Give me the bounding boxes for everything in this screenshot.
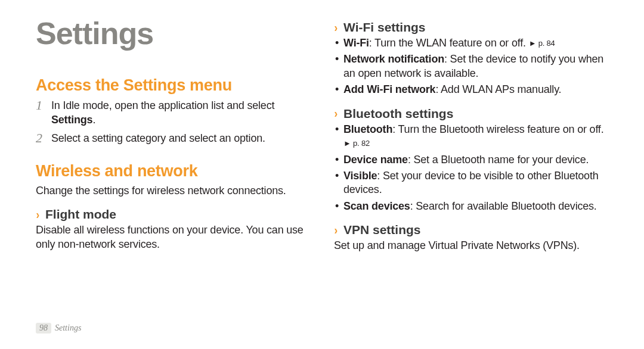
bullet-bold: Wi-Fi: [343, 37, 369, 49]
list-item: Visible: Set your device to be visible t…: [334, 169, 608, 197]
bullet-ref: ► p. 82: [343, 139, 370, 148]
list-item: Network notification: Set the device to …: [334, 52, 608, 80]
wifi-block: › Wi-Fi settings Wi-Fi: Turn the WLAN fe…: [334, 20, 608, 97]
steps-list: 1 In Idle mode, open the application lis…: [36, 98, 310, 145]
subheading-label: Bluetooth settings: [343, 107, 453, 120]
bullet-bold: Network notification: [343, 53, 444, 65]
flight-mode-body: Disable all wireless functions on your d…: [36, 223, 310, 251]
list-item: Scan devices: Search for available Bluet…: [334, 200, 608, 213]
heading-access-settings: Access the Settings menu: [36, 76, 310, 95]
bluetooth-bullets: Bluetooth: Turn the Bluetooth wireless f…: [334, 123, 608, 213]
chevron-icon: ›: [335, 109, 339, 117]
bullet-text: : Search for available Bluetooth devices…: [410, 200, 597, 212]
chevron-icon: ›: [335, 226, 339, 234]
step-text: In Idle mode, open the application list …: [51, 98, 310, 127]
step-text-pre: Select a setting category and select an …: [51, 132, 265, 144]
subheading-vpn-settings: › VPN settings: [334, 223, 608, 236]
step-text: Select a setting category and select an …: [51, 131, 265, 145]
step-2: 2 Select a setting category and select a…: [36, 131, 310, 145]
columns: Settings Access the Settings menu 1 In I…: [36, 18, 608, 332]
left-column: Settings Access the Settings menu 1 In I…: [36, 18, 310, 332]
bullet-bold: Bluetooth: [343, 123, 392, 135]
subheading-bluetooth-settings: › Bluetooth settings: [334, 107, 608, 120]
step-1: 1 In Idle mode, open the application lis…: [36, 98, 310, 127]
vpn-block: › VPN settings Set up and manage Virtual…: [334, 223, 608, 253]
page-number: 98: [36, 323, 51, 334]
step-number: 1: [36, 98, 45, 127]
step-text-post: .: [92, 114, 95, 126]
bullet-text: : Turn the Bluetooth wireless feature on…: [392, 123, 603, 135]
step-text-bold: Settings: [51, 114, 92, 126]
bullet-text: : Set your device to be visible to other…: [343, 170, 599, 195]
footer-section: Settings: [55, 323, 81, 333]
heading-wireless-network: Wireless and network: [36, 162, 310, 180]
list-item: Wi-Fi: Turn the WLAN feature on or off. …: [334, 36, 608, 50]
bluetooth-block: › Bluetooth settings Bluetooth: Turn the…: [334, 107, 608, 213]
chevron-icon: ›: [335, 23, 339, 32]
bullet-text: : Set a Bluetooth name for your device.: [408, 154, 589, 166]
right-column: › Wi-Fi settings Wi-Fi: Turn the WLAN fe…: [334, 18, 608, 332]
list-item: Bluetooth: Turn the Bluetooth wireless f…: [334, 123, 608, 151]
subheading-label: VPN settings: [343, 223, 421, 236]
bullet-text: : Turn the WLAN feature on or off.: [369, 37, 529, 49]
vpn-body: Set up and manage Virtual Private Networ…: [334, 239, 608, 253]
chevron-icon: ›: [36, 210, 41, 219]
list-item: Device name: Set a Bluetooth name for yo…: [334, 153, 608, 167]
step-text-pre: In Idle mode, open the application list …: [51, 99, 274, 111]
step-number: 2: [36, 131, 45, 145]
subheading-flight-mode: › Flight mode: [36, 207, 310, 221]
bullet-bold: Visible: [343, 170, 377, 182]
bullet-bold: Device name: [343, 154, 408, 166]
subheading-label: Wi-Fi settings: [343, 20, 425, 34]
wifi-bullets: Wi-Fi: Turn the WLAN feature on or off. …: [334, 36, 608, 97]
wireless-intro: Change the settings for wireless network…: [36, 184, 310, 198]
list-item: Add Wi-Fi network: Add WLAN APs manually…: [334, 83, 608, 96]
bullet-bold: Add Wi-Fi network: [343, 83, 435, 95]
page: Settings Access the Settings menu 1 In I…: [0, 0, 644, 349]
bullet-bold: Scan devices: [343, 200, 410, 212]
subheading-label: Flight mode: [45, 207, 116, 221]
footer: 98 Settings: [36, 323, 81, 334]
page-title: Settings: [36, 18, 310, 49]
subheading-wifi-settings: › Wi-Fi settings: [334, 20, 608, 34]
bullet-text: : Add WLAN APs manually.: [435, 83, 561, 95]
bullet-ref: ► p. 84: [529, 39, 555, 48]
